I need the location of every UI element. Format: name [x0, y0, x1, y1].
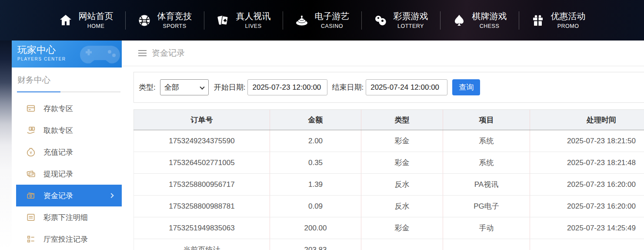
header-item: 项目	[443, 110, 530, 130]
header-time: 处理时间	[530, 110, 644, 130]
roulette-icon	[295, 14, 309, 27]
nav-label-zh: 彩票游戏	[394, 11, 428, 21]
cell-type: 彩金	[361, 130, 443, 152]
withdraw-hand-icon	[26, 125, 36, 135]
cell-item: 系统	[443, 130, 530, 152]
svg-text:¥: ¥	[30, 151, 32, 155]
summary-amount: 203.83	[270, 239, 361, 250]
nav-label-zh: 真人视讯	[236, 11, 271, 21]
recharge-moneybag-icon: ¥	[26, 147, 36, 157]
summary-time	[530, 239, 644, 250]
cell-type: 彩金	[361, 152, 443, 174]
cell-amount: 2.00	[270, 130, 361, 152]
cell-order-no: 1753258800988781	[134, 196, 270, 217]
main-content: 资金记录 类型: 全部 开始日期: 结束日期: 查询 订单号 金额 类型 项目 …	[122, 41, 644, 250]
end-date-input[interactable]	[366, 79, 447, 95]
cell-time: 2025-07-23 18:21:50	[530, 130, 644, 152]
cell-time: 2025-07-23 16:20:00	[530, 196, 644, 217]
nav-item-sports[interactable]: 体育竞技SPORTS	[126, 10, 204, 31]
deposit-card-icon	[26, 104, 36, 113]
start-date-input[interactable]	[247, 79, 327, 95]
gamepad-icon	[79, 42, 121, 67]
cell-order-no: 1753258800956717	[134, 174, 270, 196]
cell-type: 彩金	[361, 217, 443, 239]
page-title: 资金记录	[152, 47, 185, 59]
nav-label-en: CASINO	[321, 23, 343, 30]
header-order-no: 订单号	[134, 110, 270, 130]
sidebar-item-label: 厅室投注记录	[43, 234, 88, 244]
table-header-row: 订单号 金额 类型 项目 处理时间	[134, 110, 644, 130]
nav-item-chess[interactable]: 棋牌游戏CHESS	[440, 10, 519, 31]
nav-label-zh: 体育竞技	[157, 11, 192, 21]
table-summary-row: 当前页统计 203.83	[134, 239, 644, 250]
nav-label-en: HOME	[87, 23, 105, 30]
cell-item: PA视讯	[443, 174, 530, 196]
sidebar-item-label: 彩票下注明细	[43, 213, 88, 223]
sidebar: 玩家中心 PLAYERS CENTER 财务中心 存款专区 取款专区 ¥ 充值记…	[12, 41, 122, 250]
nav-label-zh: 网站首页	[79, 11, 113, 21]
sidebar-item-recharge-record[interactable]: ¥ 充值记录	[16, 141, 122, 163]
sidebar-item-label: 提现记录	[43, 169, 73, 179]
sidebar-item-hall-bet-record[interactable]: 厅室投注记录	[16, 228, 122, 250]
end-date-label: 结束日期:	[332, 82, 364, 92]
sidebar-item-lottery-bet-detail[interactable]: 彩票下注明细	[16, 206, 122, 228]
hall-bet-record-icon	[26, 234, 36, 244]
table-row: 1753249234375590 2.00 彩金 系统 2025-07-23 1…	[134, 130, 644, 152]
table-row: 1753258800956717 1.39 反水 PA视讯 2025-07-23…	[134, 174, 644, 196]
cell-item: PG电子	[443, 196, 530, 217]
nav-label-en: LIVES	[245, 23, 262, 30]
nav-item-lottery[interactable]: 彩票游戏LOTTERY	[362, 10, 440, 31]
search-button[interactable]: 查询	[452, 79, 480, 95]
filter-panel: 类型: 全部 开始日期: 结束日期: 查询	[133, 72, 644, 103]
cell-amount: 200.00	[270, 217, 361, 239]
nav-item-home[interactable]: 网站首页HOME	[47, 10, 125, 31]
type-select[interactable]: 全部	[160, 79, 209, 95]
nav-label-zh: 电子游艺	[315, 11, 350, 21]
sidebar-item-label: 存款专区	[43, 104, 73, 114]
playing-cards-icon	[216, 14, 230, 27]
sidebar-item-label: 资金记录	[43, 191, 73, 201]
basketball-icon	[137, 14, 151, 27]
table-row: 1753251949835063 200.00 彩金 手动 2025-07-23…	[134, 217, 644, 239]
nav-item-casino[interactable]: 电子游艺CASINO	[283, 10, 361, 31]
summary-label: 当前页统计	[134, 239, 270, 250]
finance-center-heading: 财务中心	[17, 74, 122, 86]
nav-item-promo[interactable]: 优惠活动PROMO	[519, 10, 597, 31]
type-label: 类型:	[139, 82, 156, 92]
start-date-label: 开始日期:	[214, 82, 246, 92]
gift-icon	[531, 14, 545, 27]
nav-label-zh: 棋牌游戏	[472, 11, 507, 21]
nav-label-en: CHESS	[480, 23, 500, 30]
cell-amount: 0.09	[270, 196, 361, 217]
sidebar-item-funds-record[interactable]: 资金记录	[16, 185, 122, 206]
spade-icon	[452, 14, 466, 27]
cell-time: 2025-07-23 14:25:49	[530, 217, 644, 239]
chevron-right-icon	[109, 193, 113, 198]
cell-item: 系统	[443, 152, 530, 174]
nav-label-en: SPORTS	[163, 23, 186, 30]
cell-time: 2025-07-23 18:21:48	[530, 152, 644, 174]
withdrawal-record-icon	[26, 169, 36, 179]
nav-label-zh: 优惠活动	[551, 11, 586, 21]
cell-time: 2025-07-23 16:20:00	[530, 174, 644, 196]
funds-record-icon	[26, 191, 36, 200]
summary-type	[361, 239, 443, 250]
sidebar-item-withdraw-zone[interactable]: 取款专区	[16, 119, 122, 141]
section-divider	[17, 91, 120, 92]
page-background-strip	[0, 41, 12, 250]
home-icon	[59, 14, 73, 27]
content-header: 资金记录	[122, 41, 644, 66]
sidebar-item-deposit-zone[interactable]: 存款专区	[16, 98, 122, 119]
sidebar-item-label: 取款专区	[43, 125, 73, 135]
lottery-detail-icon	[26, 213, 36, 222]
cell-item: 手动	[443, 217, 530, 239]
header-amount: 金额	[270, 110, 361, 130]
hamburger-menu-icon[interactable]	[138, 50, 147, 57]
table-row: 1753264502771005 0.35 彩金 系统 2025-07-23 1…	[134, 152, 644, 174]
header-type: 类型	[361, 110, 443, 130]
table-row: 1753258800988781 0.09 反水 PG电子 2025-07-23…	[134, 196, 644, 217]
cell-type: 反水	[361, 196, 443, 217]
cell-order-no: 1753264502771005	[134, 152, 270, 174]
sidebar-item-withdrawal-record[interactable]: 提现记录	[16, 163, 122, 185]
nav-item-lives[interactable]: 真人视讯LIVES	[204, 10, 283, 31]
